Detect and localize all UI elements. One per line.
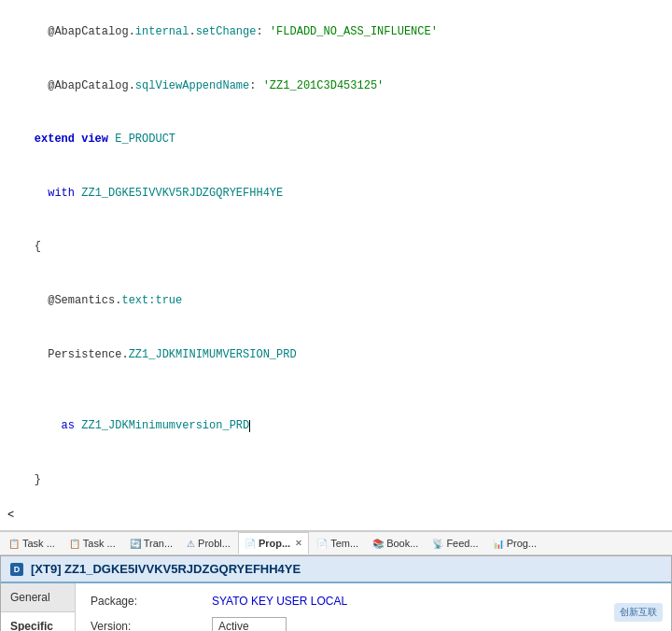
- sidebar-tab-general[interactable]: General: [1, 583, 75, 612]
- tab-label: Probl...: [198, 538, 231, 549]
- panel-header: D [XT9] ZZ1_DGKE5IVVKV5RJDZGQRYEFHH4YE: [1, 556, 671, 583]
- field-link-package[interactable]: SYATO KEY USER LOCAL: [212, 595, 347, 608]
- tab-icon: ⚠: [187, 539, 195, 549]
- sidebar-tab-specific[interactable]: Specific: [1, 612, 75, 631]
- tab-label: Tran...: [144, 538, 173, 549]
- code-editor: @AbapCatalog.internal.setChange: 'FLDADD…: [0, 0, 672, 531]
- tab-prop[interactable]: 📄 Prop... ✕: [238, 532, 309, 554]
- tab-icon: 📡: [432, 539, 443, 549]
- panel-header-icon: D: [10, 563, 23, 576]
- tab-icon: 📄: [245, 539, 256, 549]
- tab-label: Tem...: [330, 538, 358, 549]
- tab-tem[interactable]: 📄 Tem...: [310, 532, 365, 554]
- tab-icon: 🔄: [130, 539, 141, 549]
- tab-task1[interactable]: 📋 Task ...: [2, 532, 62, 554]
- tab-bar: 📋 Task ... 📋 Task ... 🔄 Tran... ⚠ Probl.…: [0, 531, 672, 555]
- tab-icon: 📚: [372, 539, 384, 549]
- field-row-version: Version: Active: [91, 617, 656, 631]
- tab-close-icon[interactable]: ✕: [295, 539, 302, 548]
- tab-label: Feed...: [446, 538, 478, 549]
- tab-icon: 📄: [316, 539, 328, 549]
- code-line: @Semantics.text:true: [7, 274, 665, 329]
- code-line-cursor: as ZZ1_JDKMinimumversion_PRD: [7, 400, 665, 454]
- tab-label: Task ...: [83, 538, 116, 549]
- panel-body: General Specific API State Package: SYAT…: [1, 583, 671, 631]
- code-line: @AbapCatalog.internal.setChange: 'FLDADD…: [7, 6, 665, 60]
- tab-label: Prop...: [259, 538, 290, 549]
- tab-tran[interactable]: 🔄 Tran...: [123, 532, 179, 554]
- properties-panel: D [XT9] ZZ1_DGKE5IVVKV5RJDZGQRYEFHH4YE G…: [0, 555, 672, 631]
- field-label-package: Package:: [91, 595, 212, 608]
- field-row-package: Package: SYATO KEY USER LOCAL: [91, 595, 656, 608]
- watermark: 创新互联: [614, 603, 663, 622]
- panel-header-title: [XT9] ZZ1_DGKE5IVVKV5RJDZGQRYEFHH4YE: [31, 562, 301, 576]
- code-line: with ZZ1_DGKE5IVVKV5RJDZGQRYEFHH4YE: [7, 167, 665, 221]
- tab-book[interactable]: 📚 Book...: [366, 532, 425, 554]
- tab-probl[interactable]: ⚠ Probl...: [180, 532, 237, 554]
- panel-content: Package: SYATO KEY USER LOCAL Version: A…: [76, 583, 671, 631]
- code-line: [7, 382, 665, 400]
- code-line: extend view E_PRODUCT: [7, 113, 665, 167]
- tab-prog[interactable]: 📊 Prog...: [486, 532, 543, 554]
- tab-task2[interactable]: 📋 Task ...: [63, 532, 122, 554]
- code-line: @AbapCatalog.sqlViewAppendName: 'ZZ1_201…: [7, 60, 665, 114]
- code-line: <: [7, 507, 665, 525]
- code-line: Persistence.ZZ1_JDKMINIMUMVERSION_PRD: [7, 328, 665, 382]
- tab-icon: 📋: [69, 539, 80, 549]
- tab-icon: 📋: [8, 539, 20, 549]
- tab-label: Prog...: [507, 538, 537, 549]
- tab-label: Book...: [386, 538, 418, 549]
- field-badge-version: Active: [212, 617, 287, 631]
- panel-sidebar: General Specific API State: [1, 583, 76, 631]
- code-line: }: [7, 454, 665, 508]
- field-label-version: Version:: [91, 620, 212, 631]
- tab-feed[interactable]: 📡 Feed...: [426, 532, 484, 554]
- tab-icon: 📊: [493, 539, 504, 549]
- tab-label: Task ...: [22, 538, 55, 549]
- code-line: {: [7, 220, 665, 274]
